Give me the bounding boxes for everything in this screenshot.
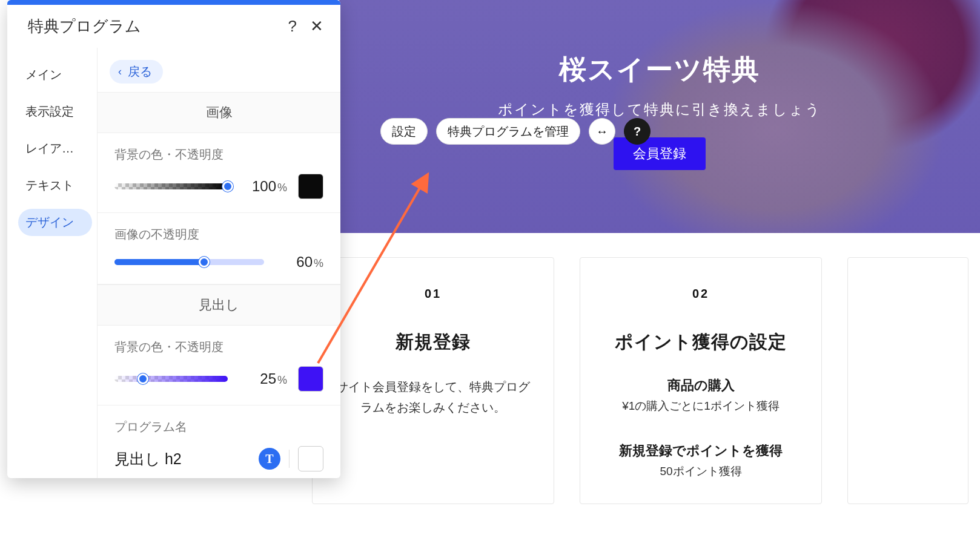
panel-header: 特典プログラム ? ✕ xyxy=(7,5,340,48)
chevron-left-icon: ‹ xyxy=(118,65,122,78)
program-name-label: プログラム名 xyxy=(114,419,323,435)
tab-design[interactable]: デザイン xyxy=(18,209,92,236)
step-item-sub: ¥1の購入ごとに1ポイント獲得 xyxy=(602,398,800,414)
toolbar-help-button[interactable]: ? xyxy=(624,118,651,145)
title-bg-opacity-value: 25% xyxy=(239,370,287,387)
section-heading-title: 見出し xyxy=(98,284,340,326)
back-button[interactable]: ‹ 戻る xyxy=(110,60,163,84)
step-number: 01 xyxy=(334,287,532,301)
step-card-2: 02 ポイント獲得の設定 商品の購入 ¥1の購入ごとに1ポイント獲得 新規登録で… xyxy=(580,257,822,504)
back-label: 戻る xyxy=(128,64,152,80)
step-title: 新規登録 xyxy=(334,330,532,355)
tab-main[interactable]: メイン xyxy=(18,61,92,88)
section-heading-image: 画像 xyxy=(98,92,340,133)
text-color-swatch[interactable] xyxy=(298,446,323,471)
bg-opacity-label: 背景の色・不透明度 xyxy=(114,146,323,163)
title-bg-opacity-row: 背景の色・不透明度 25% xyxy=(98,326,340,405)
step-item-title: 新規登録でポイントを獲得 xyxy=(602,442,800,460)
bg-opacity-value: 100% xyxy=(239,178,287,195)
hero-section: 桜スイーツ特典 ポイントを獲得して特典に引き換えましょう 会員登録 xyxy=(339,0,980,233)
step-lead: サイト会員登録をして、特典プログラムをお楽しみください。 xyxy=(334,376,532,418)
title-bg-opacity-label: 背景の色・不透明度 xyxy=(114,339,323,355)
image-opacity-slider[interactable] xyxy=(114,259,264,265)
stretch-icon: ↔ xyxy=(596,125,608,139)
step-item-sub: 50ポイント獲得 xyxy=(602,464,800,479)
step-item-title: 商品の購入 xyxy=(602,376,800,395)
panel-close-icon[interactable]: ✕ xyxy=(310,17,323,36)
step-number: 02 xyxy=(602,287,800,301)
steps-row: 01 新規登録 サイト会員登録をして、特典プログラムをお楽しみください。 02 … xyxy=(312,257,980,504)
title-bg-color-swatch[interactable] xyxy=(298,366,323,392)
toolbar-settings-button[interactable]: 設定 xyxy=(380,118,428,145)
panel-title: 特典プログラム xyxy=(28,16,141,37)
element-toolbar: 設定 特典プログラムを管理 ↔ ? xyxy=(380,118,651,145)
toolbar-manage-button[interactable]: 特典プログラムを管理 xyxy=(436,118,580,145)
hero-title: 桜スイーツ特典 xyxy=(363,51,956,88)
tab-layout[interactable]: レイア… xyxy=(18,135,92,162)
step-title: ポイント獲得の設定 xyxy=(602,330,800,355)
help-icon: ? xyxy=(634,125,641,139)
tab-display[interactable]: 表示設定 xyxy=(18,98,92,125)
text-theme-icon[interactable]: T xyxy=(259,448,280,470)
bg-color-swatch[interactable] xyxy=(298,174,323,199)
program-name-row: プログラム名 見出し h2 T xyxy=(98,405,340,478)
bg-opacity-row: 背景の色・不透明度 100% xyxy=(98,133,340,213)
panel-settings: ‹ 戻る 画像 背景の色・不透明度 100% xyxy=(97,48,340,478)
image-opacity-label: 画像の不透明度 xyxy=(114,226,323,243)
hero-subtitle: ポイントを獲得して特典に引き換えましょう xyxy=(363,100,956,119)
divider xyxy=(289,450,290,468)
panel-help-icon[interactable]: ? xyxy=(288,17,297,36)
step-card-1: 01 新規登録 サイト会員登録をして、特典プログラムをお楽しみください。 xyxy=(312,257,554,504)
image-opacity-value: 60% xyxy=(275,254,323,271)
heading-style-select[interactable]: 見出し h2 xyxy=(114,449,182,469)
panel-tabs: メイン 表示設定 レイア… テキスト デザイン xyxy=(7,48,97,478)
tab-text[interactable]: テキスト xyxy=(18,172,92,199)
bg-opacity-slider[interactable] xyxy=(114,183,228,189)
settings-panel: 特典プログラム ? ✕ メイン 表示設定 レイア… テキスト デザイン ‹ 戻る xyxy=(7,0,340,478)
title-bg-opacity-slider[interactable] xyxy=(114,376,228,382)
toolbar-stretch-button[interactable]: ↔ xyxy=(589,118,615,145)
panel-accent-bar xyxy=(7,0,340,5)
image-opacity-row: 画像の不透明度 60% xyxy=(98,213,340,284)
step-card-3 xyxy=(847,257,968,504)
